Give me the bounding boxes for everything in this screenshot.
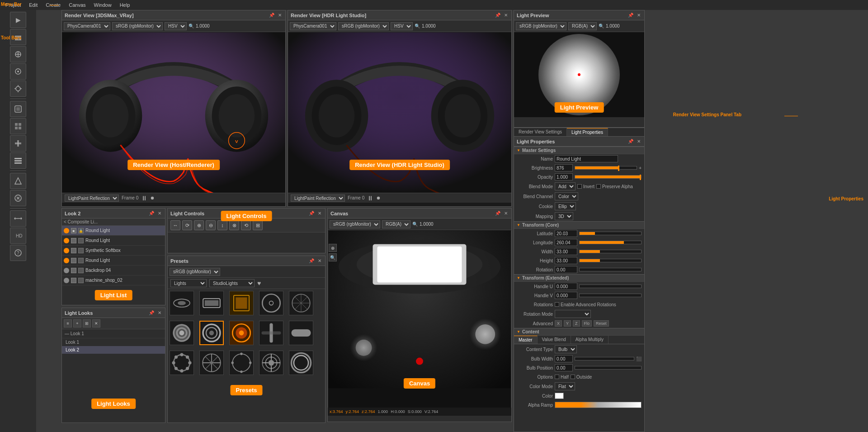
light-list-item-0[interactable]: ■ 🔒 Round Light: [62, 226, 165, 236]
menu-canvas[interactable]: Canvas: [65, 1, 89, 9]
canvas-close[interactable]: ✕: [503, 211, 509, 216]
light-preview-pin[interactable]: 📌: [627, 13, 634, 18]
menu-help[interactable]: Help: [116, 1, 134, 9]
latitude-slider[interactable]: [579, 232, 642, 235]
canvas-tool-move[interactable]: ⊕: [329, 244, 337, 252]
toolbar-btn-5[interactable]: [10, 101, 26, 117]
toolbar-btn-12[interactable]: HDR: [10, 228, 26, 244]
render-view-hdr-mode[interactable]: HSV: [391, 22, 413, 30]
longitude-slider[interactable]: [579, 241, 642, 244]
prop-invert-checkbox[interactable]: Invert: [577, 184, 594, 189]
ll-btn-delete[interactable]: ✕: [92, 319, 100, 328]
alpha-ramp-gradient[interactable]: [555, 402, 642, 408]
toolbar-btn-4[interactable]: [10, 81, 26, 97]
render-view-hdr-colorspace[interactable]: sRGB (rgbMonitor): [338, 22, 389, 30]
render-view-hdr-footer-select[interactable]: LightPaint Reflection: [291, 195, 345, 202]
toolbar-btn-0[interactable]: ▶: [10, 12, 26, 28]
prop-opacity-input[interactable]: [555, 173, 573, 180]
light-looks-close[interactable]: ✕: [157, 310, 162, 315]
opacity-slider[interactable]: [575, 175, 642, 179]
light-controls-pin[interactable]: 📌: [308, 211, 315, 216]
render-view-host-colorspace[interactable]: sRGB (rgbMonitor): [112, 22, 163, 30]
canvas-colorspace[interactable]: sRGB (rgbMonitor): [330, 220, 380, 228]
toolbar-btn-3[interactable]: [10, 63, 26, 80]
toolbar-btn-8[interactable]: [10, 152, 26, 169]
preset-item-7[interactable]: [229, 321, 254, 345]
render-view-host-pin[interactable]: 📌: [268, 13, 275, 18]
handle-u-slider[interactable]: [579, 285, 642, 288]
prop-handle-v-input[interactable]: [555, 292, 577, 299]
prop-preserve-alpha-checkbox[interactable]: Preserve Alpha: [596, 184, 633, 189]
canvas-view[interactable]: ⊕ 🔍 Canvas x:3.764 y:2.764 z:2.764 1.000…: [328, 230, 511, 416]
lc-btn-grid[interactable]: ⊞: [253, 220, 263, 230]
render-view-hdr-close[interactable]: ✕: [503, 13, 509, 18]
prop-cookie-select[interactable]: Ellip: [555, 202, 576, 210]
prop-rotation-input[interactable]: [555, 266, 577, 273]
preset-item-10[interactable]: [170, 351, 194, 375]
prop-blend-mode-select[interactable]: Add: [555, 182, 576, 190]
content-tab-master[interactable]: Master: [514, 336, 538, 344]
lc-btn-undo[interactable]: ⟲: [241, 220, 251, 230]
lc-btn-move[interactable]: ↔: [170, 220, 180, 230]
height-slider[interactable]: [579, 259, 642, 262]
preset-item-5[interactable]: [170, 321, 194, 345]
lc-btn-remove[interactable]: ⊖: [206, 220, 216, 230]
light-properties-pin[interactable]: 📌: [627, 139, 634, 144]
content-tab-value-blend[interactable]: Value Blend: [538, 336, 571, 344]
render-view-host-camera[interactable]: PhysCamera001: [64, 22, 110, 30]
adv-reset-btn[interactable]: Reset: [594, 320, 609, 327]
light-looks-item-1[interactable]: Look 2: [62, 346, 165, 354]
adv-z-btn[interactable]: Z: [573, 320, 580, 327]
prop-latitude-input[interactable]: [555, 230, 577, 237]
light-preview-close[interactable]: ✕: [636, 13, 642, 18]
prop-content-type-select[interactable]: Bulb: [555, 345, 577, 353]
prop-width-input[interactable]: [555, 248, 577, 255]
light-controls-close[interactable]: ✕: [317, 211, 322, 216]
presets-close[interactable]: ✕: [317, 258, 322, 263]
menu-create[interactable]: Create: [42, 1, 64, 9]
render-view-host-mode[interactable]: HSV: [165, 22, 187, 30]
preset-item-14[interactable]: [289, 351, 313, 375]
brightness-add-btn[interactable]: +: [639, 166, 642, 171]
light-looks-pin[interactable]: 📌: [148, 310, 155, 315]
lc-btn-rotate[interactable]: ⟳: [182, 220, 192, 230]
ll-btn-copy[interactable]: ⊞: [83, 319, 91, 328]
presets-subcategory-select[interactable]: StudioLights: [209, 279, 255, 287]
lc-btn-cross[interactable]: ⊗: [229, 220, 239, 230]
canvas-tool-zoom[interactable]: 🔍: [329, 253, 337, 261]
content-tab-alpha-multiply[interactable]: Alpha Multiply: [571, 336, 609, 344]
preset-item-6[interactable]: [199, 321, 224, 345]
prop-blend-channel-select[interactable]: Color: [555, 192, 578, 200]
menu-edit[interactable]: Edit: [25, 1, 41, 9]
tab-render-view-settings[interactable]: Render View Settings: [514, 128, 567, 136]
prop-bulb-position-input[interactable]: [555, 364, 573, 371]
preset-item-8[interactable]: [259, 321, 283, 345]
prop-mapping-select[interactable]: 3D: [555, 212, 573, 220]
ll-btn-list[interactable]: ≡: [64, 319, 72, 328]
preset-item-11[interactable]: [199, 351, 224, 375]
toolbar-btn-13[interactable]: ?: [10, 245, 26, 261]
render-view-hdr-pin[interactable]: 📌: [494, 13, 501, 18]
ll-btn-new[interactable]: +: [73, 319, 81, 328]
render-view-hdr-play[interactable]: ⏸: [367, 195, 373, 202]
prop-name-input[interactable]: [555, 155, 618, 162]
color-swatch[interactable]: [555, 393, 564, 399]
canvas-pin[interactable]: 📌: [494, 211, 501, 216]
rotation-slider[interactable]: [579, 268, 642, 271]
prop-brightness-input[interactable]: [555, 164, 573, 171]
light-list-item-4[interactable]: Backdrop 04: [62, 266, 165, 275]
preset-item-4[interactable]: [289, 291, 313, 315]
light-preview-colorspace[interactable]: sRGB (rgbMonitor): [516, 22, 566, 30]
render-view-host-close[interactable]: ✕: [277, 13, 283, 18]
toolbar-btn-11[interactable]: [10, 210, 26, 227]
light-list-item-5[interactable]: machine_shop_02: [62, 275, 165, 285]
width-slider[interactable]: [579, 250, 642, 253]
options-half-checkbox[interactable]: Half: [555, 375, 569, 380]
toolbar-btn-2[interactable]: [10, 46, 26, 62]
presets-colorspace[interactable]: sRGB (rgbMonitor): [170, 268, 220, 276]
preset-item-1[interactable]: [199, 291, 224, 315]
handle-v-slider[interactable]: [579, 294, 642, 297]
prop-height-input[interactable]: [555, 257, 577, 264]
presets-category-select[interactable]: Lights: [170, 279, 207, 287]
lc-btn-add[interactable]: ⊕: [194, 220, 204, 230]
